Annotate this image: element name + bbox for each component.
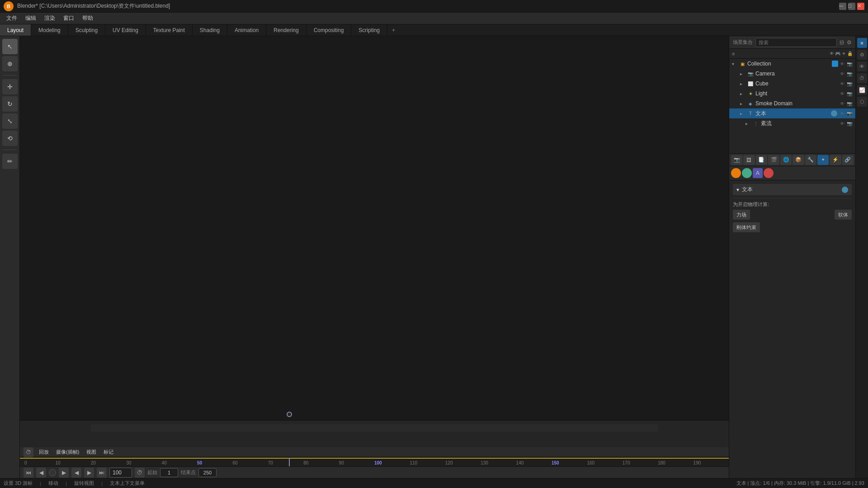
tree-item-text[interactable]: ▸ T 文本 👁 📷 — [729, 108, 855, 118]
turbulence-render-icon[interactable]: 📷 — [846, 120, 853, 127]
frame-start-input[interactable]: 1 — [160, 468, 178, 477]
tree-item-cube[interactable]: ▸ ⬜ Cube 👁 📷 — [729, 79, 855, 89]
tab-animation[interactable]: Animation — [227, 24, 266, 36]
tree-item-light[interactable]: ▸ ☀ Light 👁 📷 — [729, 89, 855, 99]
expand-text[interactable]: ▸ — [740, 111, 745, 116]
expand-cube[interactable]: ▸ — [740, 81, 745, 86]
expand-smoke[interactable]: ▸ — [740, 101, 745, 106]
playback-label[interactable]: 回放 — [37, 449, 51, 455]
prop-particles-tab[interactable]: ✦ — [817, 155, 829, 165]
rigid-body-constraint-btn[interactable]: 刚体约束 — [733, 222, 760, 232]
play-reverse-btn[interactable]: ◀ — [71, 468, 81, 478]
prop-output-tab[interactable]: 🖼 — [743, 155, 755, 165]
camera-render-icon[interactable]: 📷 — [846, 70, 853, 77]
rotate-tool[interactable]: ↻ — [2, 96, 18, 112]
scale-tool[interactable]: ⤡ — [2, 113, 18, 129]
viewport-icon[interactable]: 👁 — [857, 61, 867, 71]
current-frame-input[interactable]: 100 — [109, 468, 132, 478]
menu-window[interactable]: 窗口 — [60, 13, 78, 23]
play-btn[interactable]: ▶ — [59, 468, 69, 478]
collection-checkbox[interactable] — [832, 61, 838, 67]
cube-eye-icon[interactable]: 👁 — [839, 80, 845, 87]
expand-light[interactable]: ▸ — [740, 91, 745, 96]
prop-world-ball[interactable] — [742, 168, 752, 178]
expand-turbulence[interactable]: ▸ — [745, 121, 751, 126]
tab-shading[interactable]: Shading — [193, 24, 227, 36]
close-button[interactable]: ✕ — [857, 3, 864, 10]
select-tool[interactable]: ↖ — [2, 39, 18, 54]
marker-label[interactable]: 标记 — [102, 449, 115, 455]
prop-viewlayer-tab[interactable]: 📑 — [756, 155, 767, 165]
tab-layout[interactable]: Layout — [0, 24, 31, 36]
record-btn[interactable] — [49, 469, 56, 476]
jump-start-btn[interactable]: ⏮ — [24, 468, 33, 478]
camera-eye-icon[interactable]: 👁 — [839, 70, 845, 77]
text-eye-icon[interactable]: 👁 — [839, 110, 845, 117]
light-eye-icon[interactable]: 👁 — [839, 90, 845, 97]
tree-item-turbulence[interactable]: ▸ ⋮ 紊流 👁 📷 — [729, 118, 855, 128]
object-section-header[interactable]: ▾ 文本 — [733, 184, 852, 195]
annotate-tool[interactable]: ✏ — [2, 154, 18, 169]
outliner-filter-btn[interactable]: ⊟ — [840, 39, 844, 46]
smoke-render-icon[interactable]: 📷 — [846, 100, 853, 107]
force-field-btn[interactable]: 力场 — [733, 210, 750, 220]
cursor-tool[interactable]: ⊕ — [2, 56, 18, 71]
prop-render-tab[interactable]: 📷 — [731, 155, 742, 165]
prop-object-tab[interactable]: 📦 — [793, 155, 804, 165]
outliner-settings-btn[interactable]: ⚙ — [847, 39, 852, 46]
menu-help[interactable]: 帮助 — [79, 13, 97, 23]
cube-render-icon[interactable]: 📷 — [846, 80, 853, 87]
menu-file[interactable]: 文件 — [3, 13, 21, 23]
expand-camera[interactable]: ▸ — [740, 71, 745, 76]
smoke-eye-icon[interactable]: 👁 — [839, 100, 845, 107]
outliner-filter-mode[interactable]: ≡ — [732, 51, 735, 56]
tab-modeling[interactable]: Modeling — [31, 24, 68, 36]
prop-material-ball[interactable] — [764, 168, 774, 178]
tab-scripting[interactable]: Scripting — [351, 24, 387, 36]
prop-data-icon[interactable]: A — [753, 168, 763, 178]
menu-edit[interactable]: 编辑 — [22, 13, 40, 23]
properties-icon[interactable]: ⚙ — [857, 50, 867, 60]
compositor-icon-side[interactable]: ⬡ — [857, 97, 867, 107]
tree-item-collection[interactable]: ▾ ▣ Collection 👁 📷 — [729, 59, 855, 69]
turbulence-eye-icon[interactable]: 👁 — [839, 120, 845, 127]
tab-compositing[interactable]: Compositing — [307, 24, 352, 36]
maximize-button[interactable]: □ — [848, 3, 855, 10]
view-label[interactable]: 视图 — [85, 449, 98, 455]
collection-eye-icon[interactable]: 👁 — [839, 61, 845, 67]
move-tool[interactable]: ✛ — [2, 79, 18, 94]
expand-collection[interactable]: ▾ — [732, 61, 737, 66]
jump-end-btn[interactable]: ⏭ — [97, 468, 107, 478]
prop-scene-ball[interactable] — [731, 168, 741, 178]
minimize-button[interactable]: ─ — [839, 3, 846, 10]
graph-editor-icon[interactable]: 📈 — [857, 85, 867, 95]
playback-mode-label[interactable]: 摄像(插帧) — [54, 449, 81, 455]
soft-body-btn[interactable]: 软体 — [835, 210, 852, 220]
prop-physics-tab[interactable]: ⚡ — [830, 155, 841, 165]
ruler-170: 170 — [623, 460, 630, 465]
next-frame-btn[interactable]: ▶ — [84, 468, 94, 478]
tab-uv-editing[interactable]: UV Editing — [105, 24, 146, 36]
menu-render[interactable]: 渲染 — [41, 13, 59, 23]
tab-sculpting[interactable]: Sculpting — [68, 24, 105, 36]
outliner-search-input[interactable] — [755, 38, 837, 47]
tree-item-camera[interactable]: ▸ 📷 Camera 👁 📷 — [729, 69, 855, 79]
transform-tool[interactable]: ⟲ — [2, 131, 18, 146]
prop-modifier-tab[interactable]: 🔧 — [805, 155, 816, 165]
frame-end-input[interactable]: 250 — [198, 468, 217, 477]
tree-item-smoke-domain[interactable]: ▸ ◈ Smoke Domain 👁 📷 — [729, 99, 855, 108]
add-workspace-button[interactable]: + — [387, 24, 400, 36]
prop-world-tab[interactable]: 🌐 — [780, 155, 792, 165]
timeline-icon[interactable]: ⏱ — [24, 447, 33, 457]
prop-constraints-tab[interactable]: 🔗 — [842, 155, 854, 165]
outliner-icon[interactable]: ≡ — [857, 38, 867, 48]
text-render-icon[interactable]: 📷 — [846, 110, 853, 117]
tab-texture-paint[interactable]: Texture Paint — [146, 24, 193, 36]
prop-scene-tab[interactable]: 🎬 — [768, 155, 779, 165]
timeline-icon-side[interactable]: ⏱ — [857, 73, 867, 83]
collection-render-icon[interactable]: 📷 — [846, 61, 853, 67]
prev-frame-btn[interactable]: ◀ — [36, 468, 46, 478]
frame-clock-btn[interactable]: ⏱ — [135, 468, 145, 478]
tab-rendering[interactable]: Rendering — [266, 24, 306, 36]
light-render-icon[interactable]: 📷 — [846, 90, 853, 97]
